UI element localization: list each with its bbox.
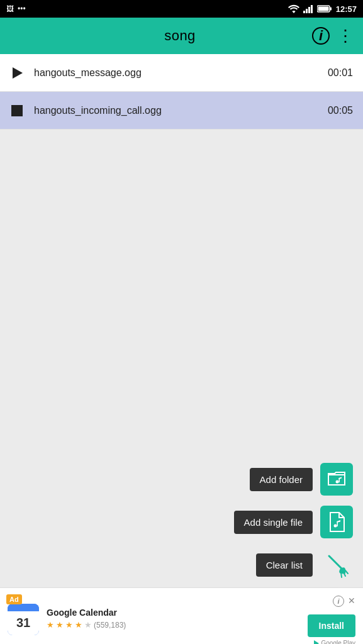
svg-rect-8 bbox=[11, 105, 23, 116]
add-folder-icon-button[interactable] bbox=[320, 463, 353, 496]
star-5-empty: ★ bbox=[84, 620, 92, 630]
add-folder-row: Add folder bbox=[250, 463, 353, 496]
svg-marker-7 bbox=[13, 67, 23, 79]
star-3: ★ bbox=[65, 620, 73, 630]
svg-rect-5 bbox=[330, 8, 332, 11]
ad-badge: Ad bbox=[6, 594, 22, 604]
ad-app-name: Google Calendar bbox=[47, 608, 300, 618]
google-play-label: Google Play bbox=[313, 640, 355, 644]
signal-icon bbox=[303, 4, 313, 13]
file-music-icon bbox=[328, 511, 345, 533]
svg-rect-6 bbox=[318, 7, 328, 11]
star-1: ★ bbox=[47, 620, 54, 630]
main-content: hangouts_message.ogg 00:01 hangouts_inco… bbox=[0, 54, 363, 644]
clear-list-row: Clear list bbox=[256, 548, 353, 581]
app-bar: song i ⋮ bbox=[0, 18, 363, 54]
svg-rect-2 bbox=[308, 7, 310, 13]
star-2: ★ bbox=[56, 620, 64, 630]
add-folder-button[interactable]: Add folder bbox=[250, 468, 313, 491]
status-bar-left: 🖼 ••• bbox=[6, 4, 26, 13]
clear-list-button[interactable]: Clear list bbox=[256, 553, 313, 577]
stop-icon bbox=[10, 104, 24, 118]
review-count: (559,183) bbox=[94, 621, 126, 630]
track-item[interactable]: hangouts_incoming_call.ogg 00:05 bbox=[0, 92, 363, 130]
star-4-half: ★ bbox=[75, 620, 82, 630]
status-bar-right: 12:57 bbox=[288, 4, 357, 14]
svg-rect-1 bbox=[306, 9, 308, 13]
add-single-file-button[interactable]: Add single file bbox=[234, 511, 313, 534]
calendar-day: 31 bbox=[8, 611, 39, 635]
track-item[interactable]: hangouts_message.ogg 00:01 bbox=[0, 54, 363, 92]
track-duration: 00:01 bbox=[328, 67, 353, 79]
ad-info-icon[interactable]: i bbox=[333, 596, 344, 607]
svg-rect-3 bbox=[311, 5, 313, 13]
ad-close-row: i ✕ bbox=[333, 596, 355, 607]
app-bar-icons: i ⋮ bbox=[312, 26, 353, 46]
svg-line-15 bbox=[341, 572, 342, 577]
info-button[interactable]: i bbox=[312, 27, 330, 45]
svg-line-13 bbox=[329, 556, 343, 570]
google-play-icon bbox=[313, 640, 320, 645]
add-file-row: Add single file bbox=[234, 506, 353, 538]
play-icon bbox=[10, 66, 24, 80]
track-name: hangouts_incoming_call.ogg bbox=[34, 105, 318, 116]
track-name: hangouts_message.ogg bbox=[34, 67, 318, 79]
ad-close-icon[interactable]: ✕ bbox=[348, 596, 355, 607]
clear-list-icon-button[interactable] bbox=[320, 548, 353, 581]
folder-music-icon bbox=[327, 471, 346, 487]
svg-point-9 bbox=[336, 480, 339, 484]
status-bar: 🖼 ••• 12:57 bbox=[0, 0, 363, 18]
ad-app-icon: 31 bbox=[8, 604, 39, 635]
app-title: song bbox=[48, 28, 312, 44]
add-file-icon-button[interactable] bbox=[320, 506, 353, 538]
svg-rect-0 bbox=[303, 11, 305, 13]
more-dots: ••• bbox=[18, 4, 26, 13]
calendar-header bbox=[8, 604, 39, 611]
time-display: 12:57 bbox=[336, 4, 357, 14]
ad-right-section: i ✕ Install Google Play bbox=[308, 596, 355, 644]
ad-install-button[interactable]: Install bbox=[308, 614, 355, 637]
more-options-button[interactable]: ⋮ bbox=[337, 26, 353, 46]
ad-banner: Ad 31 Google Calendar ★ ★ ★ ★ ★ (559,183… bbox=[0, 587, 363, 644]
ad-rating-row: ★ ★ ★ ★ ★ (559,183) bbox=[47, 620, 300, 630]
broom-icon bbox=[323, 551, 350, 579]
ad-text-info: Google Calendar ★ ★ ★ ★ ★ (559,183) bbox=[47, 608, 300, 630]
track-duration: 00:05 bbox=[328, 105, 353, 116]
svg-marker-19 bbox=[314, 640, 319, 645]
photo-icon: 🖼 bbox=[6, 4, 14, 13]
battery-icon bbox=[317, 5, 332, 13]
fab-actions-container: Add folder Add single file bbox=[234, 463, 353, 581]
svg-point-11 bbox=[334, 525, 337, 528]
wifi-icon bbox=[288, 4, 299, 13]
